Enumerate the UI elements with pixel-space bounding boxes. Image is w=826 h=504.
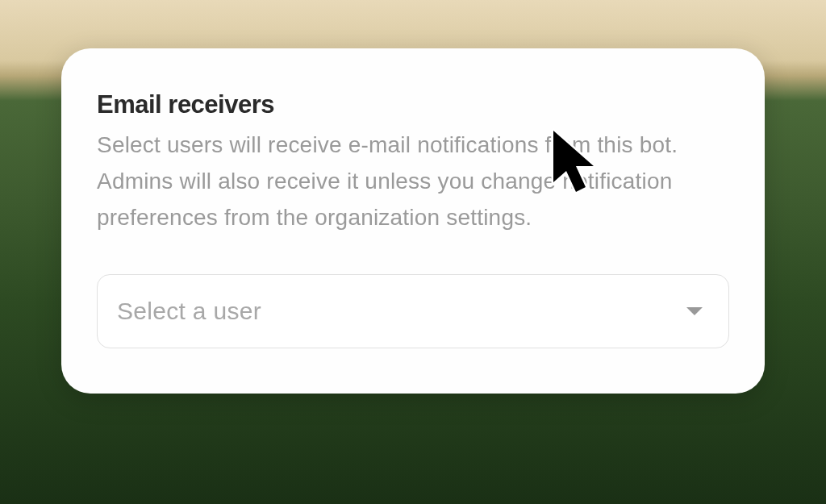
- chevron-down-icon: [686, 307, 703, 315]
- card-title: Email receivers: [97, 90, 729, 119]
- select-wrapper: Select a user: [97, 274, 729, 348]
- select-placeholder: Select a user: [117, 298, 261, 325]
- email-receivers-card: Email receivers Select users will receiv…: [61, 48, 765, 394]
- card-description: Select users will receive e-mail notific…: [97, 127, 729, 235]
- user-select-dropdown[interactable]: Select a user: [97, 274, 729, 348]
